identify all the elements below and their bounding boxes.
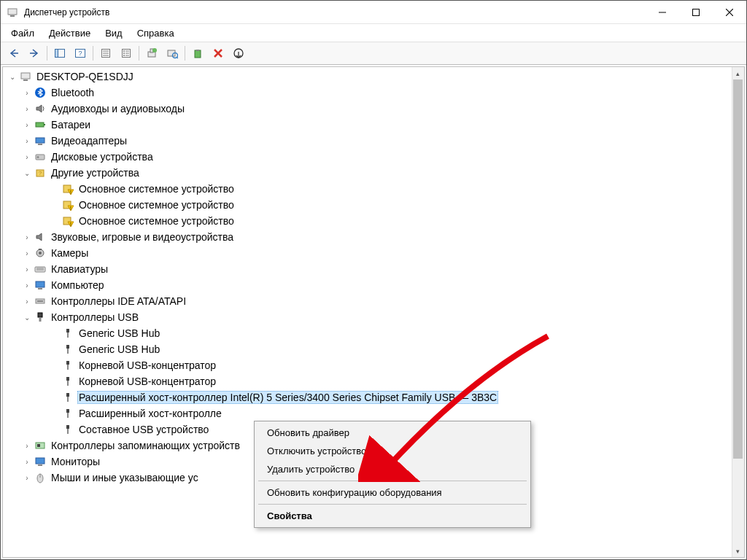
tree-category-audio[interactable]: › Аудиовходы и аудиовыходы bbox=[3, 101, 744, 117]
svg-rect-69 bbox=[67, 365, 69, 370]
tree-label: Камеры bbox=[50, 247, 90, 259]
tree-item-root-usb-hub[interactable]: Корневой USB-концентратор bbox=[3, 357, 744, 373]
svg-rect-1 bbox=[10, 15, 15, 17]
scrollbar-up-arrow-icon[interactable]: ▴ bbox=[732, 67, 744, 79]
menu-help[interactable]: Справка bbox=[130, 26, 182, 40]
chevron-down-icon[interactable]: ⌄ bbox=[22, 312, 32, 322]
chevron-right-icon[interactable]: › bbox=[22, 296, 32, 306]
tree-label: Другие устройства bbox=[50, 167, 141, 179]
chevron-right-icon[interactable]: › bbox=[22, 264, 32, 274]
svg-rect-63 bbox=[39, 317, 42, 322]
svg-rect-65 bbox=[67, 332, 69, 338]
tree-label: Контроллеры USB bbox=[50, 311, 140, 323]
svg-rect-32 bbox=[21, 73, 30, 79]
tree-category-computer[interactable]: › Компьютер bbox=[3, 277, 744, 293]
tree-label: Мониторы bbox=[50, 456, 101, 467]
menu-action[interactable]: Действие bbox=[42, 26, 98, 40]
chevron-right-icon[interactable]: › bbox=[22, 248, 32, 258]
tree-label: Bluetooth bbox=[50, 87, 96, 98]
usb-icon bbox=[61, 327, 74, 340]
chevron-right-icon[interactable]: › bbox=[22, 88, 32, 98]
svg-rect-72 bbox=[66, 393, 69, 397]
svg-text:!: ! bbox=[70, 206, 71, 211]
maximize-button[interactable] bbox=[679, 1, 713, 24]
toolbar-forward-button[interactable] bbox=[25, 44, 44, 62]
toolbar-scan-hardware-button[interactable] bbox=[163, 44, 182, 62]
tree-label: Основное системное устройство bbox=[77, 199, 236, 211]
chevron-right-icon[interactable]: › bbox=[22, 136, 32, 146]
tree-category-video-adapters[interactable]: › Видеоадаптеры bbox=[3, 133, 744, 149]
tree-category-disk-drives[interactable]: › Дисковые устройства bbox=[3, 149, 744, 165]
chevron-down-icon[interactable]: ⌄ bbox=[7, 71, 18, 82]
chevron-right-icon[interactable]: › bbox=[22, 472, 32, 483]
scrollbar[interactable]: ▴ ▾ bbox=[732, 67, 744, 557]
chevron-right-icon[interactable]: › bbox=[22, 120, 32, 130]
chevron-right-icon[interactable]: › bbox=[22, 152, 32, 162]
context-menu-properties[interactable]: Свойства bbox=[257, 507, 528, 525]
toolbar-uninstall-button[interactable] bbox=[209, 44, 228, 62]
toolbar-list-button[interactable] bbox=[117, 44, 136, 62]
toolbar-disable-button[interactable] bbox=[229, 44, 248, 62]
tree-item-root-usb-hub[interactable]: Корневой USB-концентратор bbox=[3, 373, 744, 389]
svg-rect-2 bbox=[9, 15, 16, 15]
svg-rect-67 bbox=[67, 349, 69, 354]
tree-category-sound-video-game[interactable]: › Звуковые, игровые и видеоустройства bbox=[3, 229, 744, 245]
menu-file[interactable]: Файл bbox=[4, 26, 42, 40]
scrollbar-down-arrow-icon[interactable]: ▾ bbox=[732, 545, 744, 557]
toolbar-back-button[interactable] bbox=[4, 44, 23, 62]
tree-item-base-system-device[interactable]: ! Основное системное устройство bbox=[3, 197, 744, 213]
tree-category-bluetooth[interactable]: › Bluetooth bbox=[3, 85, 744, 101]
svg-rect-64 bbox=[66, 329, 69, 332]
tree-label: Generic USB Hub bbox=[77, 327, 161, 339]
svg-point-40 bbox=[37, 156, 39, 158]
context-menu-uninstall-device[interactable]: Удалить устройство bbox=[257, 460, 528, 478]
usb-controller-icon bbox=[34, 311, 47, 324]
tree-category-ide-ata[interactable]: › Контроллеры IDE ATA/ATAPI bbox=[3, 293, 744, 309]
unknown-device-warning-icon: ! bbox=[61, 198, 74, 211]
chevron-right-icon[interactable]: › bbox=[22, 440, 32, 451]
tree-item-usb-hub[interactable]: Generic USB Hub bbox=[3, 325, 744, 341]
toolbar-show-hide-console-tree-button[interactable] bbox=[50, 44, 69, 62]
scrollbar-thumb[interactable] bbox=[733, 79, 743, 459]
toolbar-enable-button[interactable] bbox=[188, 44, 207, 62]
chevron-right-icon[interactable]: › bbox=[22, 104, 32, 114]
tree-item-usb-hub[interactable]: Generic USB Hub bbox=[3, 341, 744, 357]
svg-rect-62 bbox=[38, 313, 42, 317]
tree-category-batteries[interactable]: › Батареи bbox=[3, 117, 744, 133]
toolbar-properties-button[interactable] bbox=[96, 44, 115, 62]
svg-rect-73 bbox=[67, 397, 69, 402]
chevron-right-icon[interactable]: › bbox=[22, 280, 32, 290]
context-menu-disable-device[interactable]: Отключить устройство bbox=[257, 442, 528, 460]
tree-category-keyboards[interactable]: › Клавиатуры bbox=[3, 261, 744, 277]
chevron-down-icon[interactable]: ⌄ bbox=[22, 168, 32, 178]
chevron-right-icon[interactable]: › bbox=[22, 232, 32, 242]
close-button[interactable] bbox=[713, 1, 746, 24]
tree-category-other-devices[interactable]: ⌄ ? Другие устройства bbox=[3, 165, 744, 181]
toolbar-separator bbox=[139, 46, 139, 61]
tree-item-intel-usb-controller-selected[interactable]: Расширенный хост-контроллер Intel(R) 5 S… bbox=[3, 389, 744, 405]
tree-label: Батареи bbox=[50, 119, 92, 131]
toolbar-update-driver-button[interactable] bbox=[142, 44, 161, 62]
tree-root[interactable]: ⌄ DESKTOP-QE1SDJJ bbox=[3, 69, 744, 85]
tree-item-intel-usb-controller[interactable]: Расширенный хост-контролле bbox=[3, 405, 744, 421]
svg-rect-4 bbox=[693, 9, 700, 15]
keyboard-icon bbox=[34, 262, 47, 276]
svg-point-24 bbox=[152, 48, 157, 52]
tree-item-base-system-device[interactable]: ! Основное системное устройство bbox=[3, 181, 744, 197]
minimize-button[interactable] bbox=[646, 1, 679, 24]
menu-view[interactable]: Вид bbox=[98, 26, 130, 40]
tree-item-base-system-device[interactable]: ! Основное системное устройство bbox=[3, 213, 744, 229]
svg-rect-61 bbox=[37, 300, 43, 302]
svg-point-17 bbox=[123, 52, 125, 54]
chevron-right-icon[interactable]: › bbox=[22, 456, 32, 467]
context-menu-scan-hardware[interactable]: Обновить конфигурацию оборудования bbox=[257, 483, 528, 502]
svg-rect-70 bbox=[66, 377, 69, 381]
usb-icon bbox=[61, 343, 74, 356]
context-menu-update-driver[interactable]: Обновить драйвер bbox=[257, 424, 528, 442]
tree-category-usb-controllers[interactable]: ⌄ Контроллеры USB bbox=[3, 309, 744, 325]
toolbar-separator bbox=[185, 46, 185, 61]
tree-category-cameras[interactable]: › Камеры bbox=[3, 245, 744, 261]
toolbar-help-button[interactable]: ? bbox=[71, 44, 90, 62]
svg-rect-79 bbox=[37, 444, 40, 447]
usb-icon bbox=[61, 407, 74, 420]
